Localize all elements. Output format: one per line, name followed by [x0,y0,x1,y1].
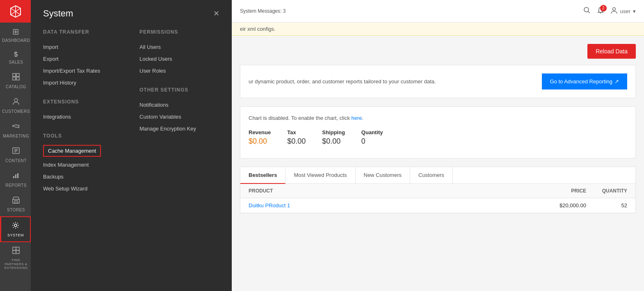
product-link[interactable]: Duitku PRoduct 1 [249,202,290,209]
chart-disabled-text: Chart is disabled. To enable the chart, … [249,115,350,121]
flyout-section-tools: Tools Cache Management Index Management … [43,133,123,195]
flyout-section-other-settings: Other Settings Notifications Custom Vari… [139,87,219,135]
tabs-header: Bestsellers Most Viewed Products New Cus… [240,167,635,184]
tab-new-customers[interactable]: New Customers [356,167,410,184]
col-header-product: Product [249,188,525,194]
svg-rect-11 [15,174,16,178]
tab-customers[interactable]: Customers [410,167,453,184]
chart-enable-link[interactable]: here [352,115,362,121]
svg-line-21 [588,11,590,13]
advanced-reporting-text: ur dynamic product, order, and customer … [249,78,436,85]
flyout-close-button[interactable]: ✕ [213,10,219,17]
row-product-name: Duitku PRoduct 1 [249,202,525,209]
sidebar-item-label: REPORTS [5,183,27,188]
notification-badge: 2 [600,5,607,11]
flyout-menu: System ✕ Data Transfer Import Export Imp… [31,0,232,291]
other-settings-title: Other Settings [139,87,219,93]
content-icon [12,147,20,157]
customers-icon [12,97,20,108]
sidebar-logo[interactable] [0,0,31,23]
flyout-item-notifications[interactable]: Notifications [139,99,219,111]
tab-bestsellers[interactable]: Bestsellers [240,167,285,184]
sidebar-item-label: STORES [7,208,25,212]
sidebar-item-content[interactable]: CONTENT [0,142,31,167]
stat-revenue: Revenue $0.00 [249,129,271,146]
stat-shipping-label: Shipping [322,129,345,135]
flyout-item-import[interactable]: Import [43,41,123,53]
system-messages[interactable]: System Messages: 3 [240,8,285,14]
sidebar-item-reports[interactable]: REPORTS [0,167,31,192]
stat-shipping-value: $0.00 [322,137,345,146]
stat-revenue-label: Revenue [249,129,271,135]
catalog-icon [12,73,20,83]
svg-rect-19 [16,250,19,254]
sidebar-item-stores[interactable]: STORES [0,192,31,216]
sidebar-item-catalog[interactable]: CATALOG [0,69,31,93]
flyout-item-user-roles[interactable]: User Roles [139,65,219,77]
flyout-item-manage-encryption-key[interactable]: Manage Encryption Key [139,123,219,135]
sidebar-item-label: SALES [9,60,23,64]
advanced-reporting-label: Go to Advanced Reporting [550,78,613,85]
flyout-item-web-setup-wizard[interactable]: Web Setup Wizard [43,183,123,195]
sidebar-item-label: CUSTOMERS [2,109,30,114]
flyout-section-extensions: Extensions Integrations [43,99,123,123]
flyout-columns: Data Transfer Import Export Import/Expor… [43,29,219,205]
flyout-item-locked-users[interactable]: Locked Users [139,53,219,65]
svg-point-22 [612,7,615,10]
row-quantity: 52 [586,202,627,209]
stat-tax: Tax $0.00 [287,129,306,146]
extensions-title: Extensions [43,99,123,105]
sidebar-item-label: DASHBOARD [2,38,30,43]
flyout-header: System ✕ [43,8,219,19]
flyout-item-import-history[interactable]: Import History [43,77,123,89]
topbar: System Messages: 3 2 user ▾ [232,0,644,23]
data-transfer-title: Data Transfer [43,29,123,35]
flyout-item-all-users[interactable]: All Users [139,41,219,53]
flyout-item-import-export-tax[interactable]: Import/Export Tax Rates [43,65,123,77]
tools-title: Tools [43,133,123,139]
permissions-title: Permissions [139,29,219,35]
flyout-item-integrations[interactable]: Integrations [43,111,123,123]
user-icon [610,7,618,16]
svg-rect-0 [13,73,16,76]
user-menu-button[interactable]: user ▾ [610,7,636,16]
svg-rect-17 [16,247,19,250]
reload-data-button[interactable]: Reload Data [587,44,636,59]
svg-point-15 [14,224,17,227]
stat-shipping: Shipping $0.00 [322,129,345,146]
advanced-reporting-section: ur dynamic product, order, and customer … [240,65,636,98]
flyout-item-cache-management[interactable]: Cache Management [43,145,101,157]
svg-point-20 [584,7,589,12]
advanced-reporting-button[interactable]: Go to Advanced Reporting ↗ [542,73,628,89]
col-header-price: Price [525,188,586,194]
sidebar-item-marketing[interactable]: MARKETING [0,118,31,142]
notifications-button[interactable]: 2 [597,7,604,16]
sidebar-item-customers[interactable]: CUSTOMERS [0,93,31,118]
svg-rect-13 [13,199,19,203]
search-icon[interactable] [583,7,591,16]
svg-point-5 [12,125,14,127]
flyout-item-index-management[interactable]: Index Management [43,159,123,171]
stores-icon [12,196,20,206]
flyout-section-permissions: Permissions All Users Locked Users User … [139,29,219,77]
stat-revenue-value: $0.00 [249,137,271,146]
stat-tax-label: Tax [287,129,306,135]
notice-bar: eir xml configs. [232,23,644,36]
tab-most-viewed[interactable]: Most Viewed Products [285,167,355,184]
sidebar-item-find-partners[interactable]: FIND PARTNERS & EXTENSIONS [0,242,31,274]
extensions-icon [12,246,20,257]
sidebar-item-label: CATALOG [6,85,26,89]
marketing-icon [12,122,20,132]
stat-quantity: Quantity 0 [361,129,383,146]
topbar-actions: 2 user ▾ [583,7,636,16]
tabs-content: Product Price Quantity Duitku PRoduct 1 … [240,184,635,213]
sidebar-item-label: MARKETING [3,134,29,138]
flyout-item-custom-variables[interactable]: Custom Variables [139,111,219,123]
flyout-item-backups[interactable]: Backups [43,171,123,183]
flyout-item-export[interactable]: Export [43,53,123,65]
sidebar-item-system[interactable]: SYSTEM [0,216,31,242]
sidebar-item-dashboard[interactable]: ⊞ DASHBOARD [0,23,31,47]
user-name: user [620,8,630,14]
table-header: Product Price Quantity [240,184,635,198]
sidebar-item-sales[interactable]: $ SALES [0,47,31,69]
